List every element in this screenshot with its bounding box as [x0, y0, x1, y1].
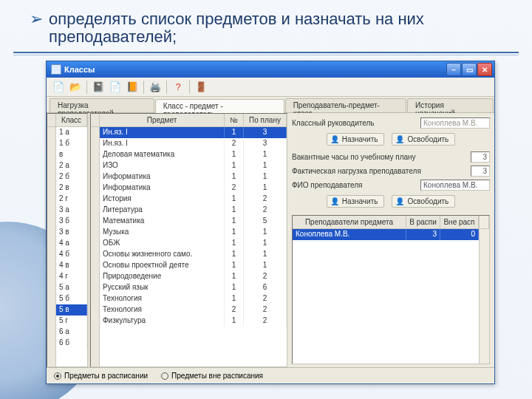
- toolbar-exit-icon[interactable]: 🚪: [194, 80, 208, 95]
- class-row[interactable]: 2 а: [56, 160, 87, 171]
- app-icon: [51, 64, 61, 75]
- toolbar-separator: [143, 81, 144, 94]
- toolbar-open-icon[interactable]: 📂: [68, 80, 83, 95]
- radio-out-schedule[interactable]: Предметы вне расписания: [161, 372, 263, 380]
- titlebar[interactable]: Классы – ▭ ✕: [47, 61, 494, 78]
- scrollbar[interactable]: [479, 216, 489, 229]
- class-row[interactable]: 5 в: [56, 304, 87, 316]
- teacher-grid[interactable]: Преподаватели предмета В распи Вне расп …: [292, 215, 490, 364]
- subject-num-header[interactable]: №: [225, 114, 244, 127]
- toolbar-brown-doc-icon[interactable]: 📙: [125, 80, 140, 95]
- class-row[interactable]: 2 б: [56, 171, 87, 183]
- subject-plan-header[interactable]: По плану: [244, 114, 287, 127]
- actual-load-value: 3: [471, 166, 490, 177]
- class-row[interactable]: 5 б: [56, 293, 87, 304]
- teacher-name-header[interactable]: Преподаватели предмета: [293, 216, 406, 229]
- class-row[interactable]: 1 а: [56, 127, 87, 138]
- teacher-fio-value[interactable]: Коноплева М.В.: [420, 180, 490, 191]
- subject-row[interactable]: Физкультура12: [100, 316, 287, 327]
- subject-plan-cell: 1: [244, 160, 287, 171]
- subject-name-cell: Ин.яз. I: [100, 127, 225, 138]
- toolbar-gray-doc-icon[interactable]: 📄: [108, 80, 123, 95]
- scrollbar[interactable]: [479, 229, 489, 364]
- teacher-name-cell: Коноплева М.В.: [293, 229, 406, 240]
- subject-row[interactable]: ОБЖ11: [100, 238, 287, 249]
- subject-row[interactable]: ИЗО11: [100, 160, 287, 171]
- subject-row[interactable]: Технология22: [100, 304, 287, 316]
- minimize-button[interactable]: –: [446, 63, 461, 76]
- class-row[interactable]: 3 б: [56, 216, 87, 227]
- subject-row[interactable]: Технология12: [100, 293, 287, 304]
- class-row[interactable]: 4 а: [56, 238, 87, 249]
- class-grid[interactable]: Класс 1 а1 бв2 а2 б2 в2 г3 а3 б3 в4 а4 б…: [47, 113, 88, 367]
- teacher-out-header[interactable]: Вне расп: [440, 216, 479, 229]
- class-row[interactable]: 4 в: [56, 260, 87, 271]
- subject-row[interactable]: Русский язык16: [100, 282, 287, 293]
- bullet-row: ➢ определять список предметов и назначат…: [0, 0, 532, 50]
- subject-row[interactable]: Литература12: [100, 205, 287, 216]
- class-row[interactable]: 3 а: [56, 205, 87, 216]
- subject-name-cell: ИЗО: [100, 160, 225, 171]
- teacher-in-header[interactable]: В распи: [406, 216, 440, 229]
- assign-class-teacher-button[interactable]: 👤 Назначить: [327, 133, 385, 146]
- subject-row[interactable]: Ин.яз. I13: [100, 127, 287, 138]
- person-remove-icon: 👤: [395, 135, 404, 143]
- person-add-icon: 👤: [330, 197, 339, 205]
- maximize-button[interactable]: ▭: [462, 63, 477, 76]
- radio-icon: [54, 372, 61, 380]
- class-column-header[interactable]: Класс: [56, 114, 87, 127]
- footer: Предметы в расписании Предметы вне распи…: [47, 367, 494, 383]
- class-row[interactable]: 1 б: [56, 138, 87, 149]
- class-row[interactable]: 4 г: [56, 271, 87, 282]
- toolbar-help-icon[interactable]: ?: [171, 80, 185, 95]
- class-cell: 4 б: [56, 249, 87, 260]
- subject-row[interactable]: Информатика21: [100, 183, 287, 194]
- subject-row[interactable]: Музыка11: [100, 227, 287, 238]
- teacher-row[interactable]: Коноплева М.В.30: [293, 229, 479, 240]
- subject-row[interactable]: Основы проектной деяте11: [100, 260, 287, 271]
- subject-row[interactable]: Деловая математика11: [100, 149, 287, 160]
- class-row[interactable]: в: [56, 149, 87, 160]
- subject-row[interactable]: История12: [100, 194, 287, 205]
- subject-name-cell: Физкультура: [100, 316, 225, 327]
- class-row[interactable]: 2 в: [56, 183, 87, 194]
- release-class-teacher-button[interactable]: 👤 Освободить: [392, 133, 455, 146]
- radio-in-schedule-label: Предметы в расписании: [64, 372, 148, 380]
- tab-teacher-subject-class[interactable]: Преподаватель-предмет-класс: [285, 98, 406, 112]
- class-row[interactable]: 5 г: [56, 316, 87, 327]
- class-row[interactable]: 3 в: [56, 227, 87, 238]
- person-add-icon: 👤: [330, 135, 339, 143]
- rowgutter-header: [47, 114, 56, 127]
- subject-row[interactable]: Природоведение12: [100, 271, 287, 282]
- tab-load[interactable]: Нагрузка преподавателей: [50, 98, 154, 112]
- close-button[interactable]: ✕: [477, 63, 492, 76]
- subject-row[interactable]: Информатика11: [100, 171, 287, 183]
- subject-row[interactable]: Основы жизненного само.11: [100, 249, 287, 260]
- subject-num-cell: 1: [225, 227, 244, 238]
- subject-num-cell: 1: [225, 171, 244, 183]
- class-row[interactable]: 6 а: [56, 327, 87, 338]
- tab-class-subject-teacher[interactable]: Класс - предмет - преподаватель: [155, 99, 284, 113]
- tab-history[interactable]: История назначений: [407, 98, 494, 112]
- class-cell: 2 г: [56, 194, 87, 205]
- radio-out-schedule-label: Предметы вне расписания: [171, 372, 263, 380]
- subject-name-header[interactable]: Предмет: [100, 114, 225, 127]
- release-teacher-button[interactable]: 👤 Освободить: [392, 195, 455, 208]
- class-cell: 3 а: [56, 205, 87, 216]
- toolbar-new-icon[interactable]: 📄: [51, 80, 66, 95]
- class-row[interactable]: 6 б: [56, 338, 87, 349]
- assign-teacher-button[interactable]: 👤 Назначить: [327, 195, 385, 208]
- toolbar-print-icon[interactable]: 🖨️: [148, 80, 163, 95]
- class-row[interactable]: 2 г: [56, 194, 87, 205]
- class-row[interactable]: 5 а: [56, 282, 87, 293]
- subject-plan-cell: 2: [244, 293, 287, 304]
- subject-row[interactable]: Ин.яз. I23: [100, 138, 287, 149]
- subject-num-cell: 1: [225, 238, 244, 249]
- subject-grid[interactable]: Предмет № По плану Ин.яз. I13Ин.яз. I23Д…: [90, 113, 287, 367]
- toolbar-purple-doc-icon[interactable]: 📓: [91, 80, 106, 95]
- subject-plan-cell: 3: [244, 127, 287, 138]
- radio-in-schedule[interactable]: Предметы в расписании: [54, 372, 148, 380]
- subject-row[interactable]: Математика15: [100, 216, 287, 227]
- subject-name-cell: Литература: [100, 205, 225, 216]
- class-row[interactable]: 4 б: [56, 249, 87, 260]
